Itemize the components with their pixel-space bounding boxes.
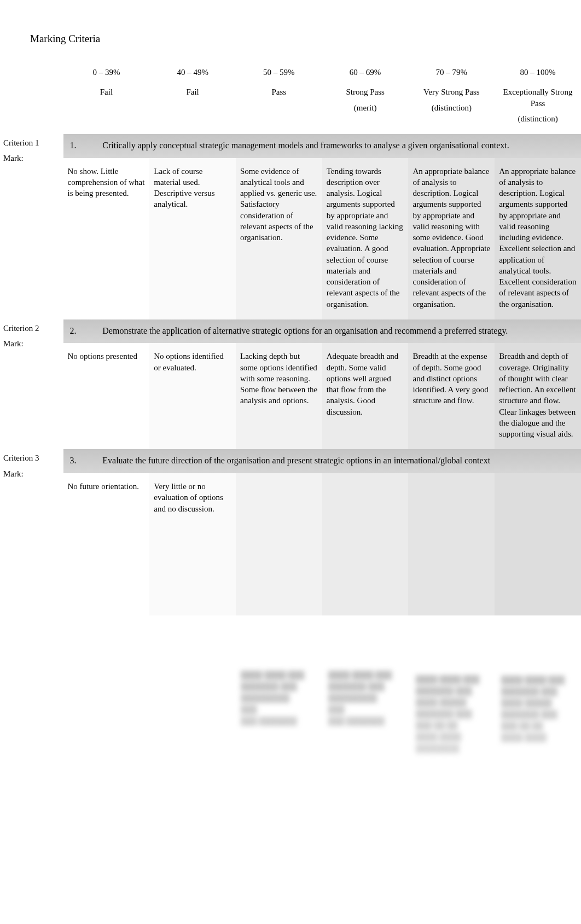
criterion-number: 1.	[70, 140, 101, 152]
criterion-title-row: Criterion 1 Mark: 1. Critically apply co…	[0, 134, 581, 158]
blurred-text-placeholder: ████ ████ ███ ███████ ███ █████████ ███ …	[328, 670, 392, 727]
descriptor-cell: No show. Little comprehension of what is…	[63, 158, 150, 319]
grade-label: Pass	[240, 86, 318, 97]
criterion-title-row: Criterion 2 Mark: 2. Demonstrate the app…	[0, 319, 581, 344]
criterion-text: Demonstrate the application of alternati…	[102, 326, 508, 335]
mark-label: Mark:	[3, 153, 59, 164]
band-grade: Strong Pass (merit)	[322, 83, 409, 134]
band-grade: Fail	[149, 83, 236, 134]
blurred-text-placeholder: ████ ████ ███ ███████ ███ █████████ ███ …	[241, 670, 304, 727]
grade-label: Fail	[154, 86, 231, 97]
descriptor-cell: An appropriate balance of analysis to de…	[408, 158, 495, 319]
descriptor-cell: Adequate breadth and depth. Some valid o…	[322, 343, 409, 449]
criterion-title-row: Criterion 3 Mark: 3. Evaluate the future…	[0, 449, 581, 473]
page-title: Marking Criteria	[30, 33, 581, 45]
criterion-label-cell: Criterion 1 Mark:	[0, 134, 63, 319]
band-range: 50 – 59%	[236, 61, 322, 83]
criterion-text: Critically apply conceptual strategic ma…	[102, 141, 509, 150]
band-grade: Fail	[63, 83, 150, 134]
blurred-text-placeholder: ████ ████ ███ ███████ ███ ████ █████ ███…	[416, 674, 479, 754]
grade-note: (distinction)	[412, 102, 490, 113]
grade-note: (distinction)	[499, 113, 577, 124]
descriptor-cell	[322, 473, 409, 615]
criterion-text-cell: 3. Evaluate the future direction of the …	[63, 449, 581, 473]
band-grade: Very Strong Pass (distinction)	[408, 83, 495, 134]
header-grades-row: Fail Fail Pass Strong Pass (merit) Very …	[0, 83, 581, 134]
criterion-label: Criterion 3	[3, 452, 59, 463]
blurred-text-placeholder: ████ ████ ███ ███████ ███ ████ █████ ███…	[501, 675, 565, 743]
criterion-label-cell: Criterion 3 Mark:	[0, 449, 63, 615]
descriptor-cell: Breadth at the expense of depth. Some go…	[408, 343, 495, 449]
descriptor-cell: No options identified or evaluated.	[149, 343, 236, 449]
descriptor-cell: An appropriate balance of analysis to de…	[495, 158, 581, 319]
descriptor-cell: No options presented	[63, 343, 150, 449]
descriptor-cell	[236, 473, 322, 615]
descriptor-cell: Breadth and depth of coverage. Originali…	[495, 343, 581, 449]
descriptor-cell	[408, 473, 495, 615]
band-range: 80 – 100%	[495, 61, 581, 83]
grade-label: Exceptionally Strong Pass	[499, 86, 577, 109]
band-range: 70 – 79%	[408, 61, 495, 83]
descriptor-row: No options presented No options identifi…	[0, 343, 581, 449]
grade-note: (merit)	[327, 102, 404, 113]
mark-label: Mark:	[3, 468, 59, 479]
grade-label: Very Strong Pass	[412, 86, 490, 97]
empty-cell	[0, 83, 63, 134]
mark-label: Mark:	[3, 338, 59, 349]
band-range: 0 – 39%	[63, 61, 150, 83]
empty-cell	[0, 61, 63, 83]
header-ranges-row: 0 – 39% 40 – 49% 50 – 59% 60 – 69% 70 – …	[0, 61, 581, 83]
descriptor-cell	[495, 473, 581, 615]
criterion-label: Criterion 1	[3, 137, 59, 148]
page: Marking Criteria 0 – 39% 40 – 49% 50 – 5…	[0, 0, 581, 924]
criterion-label-cell: Criterion 2 Mark:	[0, 319, 63, 450]
criterion-text-cell: 1. Critically apply conceptual strategic…	[63, 134, 581, 158]
band-range: 60 – 69%	[322, 61, 409, 83]
descriptor-cell: Lacking depth but some options identifie…	[236, 343, 322, 449]
rubric-table: 0 – 39% 40 – 49% 50 – 59% 60 – 69% 70 – …	[0, 61, 581, 615]
fade-overlay	[63, 629, 581, 924]
criterion-text-cell: 2. Demonstrate the application of altern…	[63, 319, 581, 344]
band-grade: Exceptionally Strong Pass (distinction)	[495, 83, 581, 134]
descriptor-cell: Lack of course material used. Descriptiv…	[149, 158, 236, 319]
criterion-number: 2.	[70, 325, 101, 337]
descriptor-cell: Very little or no evaluation of options …	[149, 473, 236, 615]
descriptor-cell: No future orientation.	[63, 473, 150, 615]
descriptor-row: No future orientation. Very little or no…	[0, 473, 581, 615]
band-grade: Pass	[236, 83, 322, 134]
descriptor-row: No show. Little comprehension of what is…	[0, 158, 581, 319]
grade-label: Fail	[68, 86, 146, 97]
grade-label: Strong Pass	[327, 86, 404, 97]
descriptor-cell: Some evidence of analytical tools and ap…	[236, 158, 322, 319]
criterion-number: 3.	[70, 455, 101, 467]
band-range: 40 – 49%	[149, 61, 236, 83]
criterion-label: Criterion 2	[3, 323, 59, 334]
descriptor-cell: Tending towards description over analysi…	[322, 158, 409, 319]
criterion-text: Evaluate the future direction of the org…	[102, 456, 490, 465]
